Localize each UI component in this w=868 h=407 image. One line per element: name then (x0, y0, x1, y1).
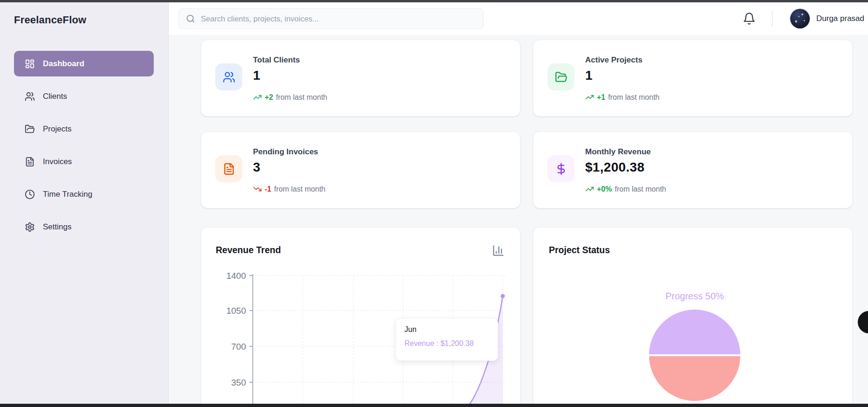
stat-label: Active Projects (585, 55, 642, 65)
y-tick-1050: 1050 (226, 306, 246, 316)
gear-icon (25, 222, 35, 232)
project-status-pie[interactable] (649, 310, 740, 401)
avatar[interactable] (790, 9, 810, 28)
stat-value: 1 (253, 68, 260, 83)
y-tick-350: 350 (231, 378, 246, 387)
trend-text: from last month (615, 185, 666, 193)
trend-value: +0% (597, 185, 612, 193)
stat-label: Total Clients (253, 55, 300, 65)
brand-logo: FreelanceFlow (14, 14, 86, 26)
sidebar-nav: Dashboard Clients Projects Invoices Time… (14, 51, 154, 247)
stat-trend: +1 from last month (585, 93, 660, 102)
topbar: Durga prasad (169, 2, 868, 35)
project-status-title: Project Status (549, 245, 610, 255)
sidebar-item-label: Dashboard (43, 59, 84, 69)
search-input[interactable] (201, 14, 476, 23)
window-bottom-strip (0, 404, 868, 407)
project-status-card: Project Status Progress 50% (533, 227, 853, 407)
y-tick-1400: 1400 (226, 271, 246, 281)
stat-card-active-projects: Active Projects 1 +1 from last month (533, 40, 853, 117)
stat-value: 1 (585, 68, 593, 83)
trend-value: +1 (597, 93, 605, 102)
clock-icon (25, 189, 35, 200)
trend-value: -1 (265, 185, 271, 193)
sidebar-item-label: Clients (43, 92, 67, 101)
sidebar-item-invoices[interactable]: Invoices (14, 149, 154, 174)
trending-up-icon (253, 93, 262, 102)
sidebar-item-label: Time Tracking (43, 190, 92, 199)
tooltip-month: Jun (404, 325, 489, 334)
users-icon (215, 63, 242, 90)
sidebar-item-dashboard[interactable]: Dashboard (14, 51, 154, 76)
sidebar-item-label: Settings (43, 222, 71, 232)
trending-up-icon (585, 93, 594, 102)
sidebar-item-label: Projects (43, 124, 71, 134)
y-tick-700: 700 (231, 342, 246, 352)
users-icon (25, 91, 35, 102)
sidebar: FreelanceFlow Dashboard Clients Projects… (0, 2, 169, 407)
sidebar-item-settings[interactable]: Settings (14, 214, 154, 240)
trend-text: from last month (274, 185, 325, 193)
trend-text: from last month (276, 93, 327, 102)
folder-open-icon (547, 63, 574, 90)
stat-card-monthly-revenue: Monthly Revenue $1,200.38 +0% from last … (533, 131, 853, 208)
dollar-sign-icon (547, 155, 574, 182)
stat-value: 3 (253, 160, 260, 175)
tooltip-revenue: Revenue : $1,200.38 (404, 339, 489, 348)
trending-down-icon (253, 185, 262, 193)
revenue-trend-title: Revenue Trend (216, 245, 281, 255)
user-name[interactable]: Durga prasad (816, 14, 864, 23)
stat-trend: -1 from last month (253, 185, 326, 193)
chart-tooltip: Jun Revenue : $1,200.38 (396, 318, 498, 361)
stat-trend: +0% from last month (585, 185, 666, 193)
bell-icon[interactable] (743, 12, 756, 25)
main-content: Total Clients 1 +2 from last month Activ… (169, 35, 868, 407)
trend-value: +2 (265, 93, 273, 102)
trending-up-icon (585, 185, 594, 193)
window-top-strip (0, 0, 868, 2)
file-text-icon (25, 157, 35, 167)
pie-slice-label: Progress 50% (601, 291, 788, 302)
topbar-divider (772, 11, 772, 27)
stat-label: Monthly Revenue (585, 147, 651, 157)
revenue-trend-card: Revenue Trend 1400 1050 700 (201, 227, 520, 407)
file-text-icon (215, 155, 242, 182)
search-box[interactable] (178, 8, 484, 29)
revenue-point-jun[interactable] (501, 294, 505, 298)
layout-dashboard-icon (25, 59, 35, 69)
trend-text: from last month (608, 93, 659, 102)
stat-card-pending-invoices: Pending Invoices 3 -1 from last month (201, 131, 520, 208)
stat-label: Pending Invoices (253, 147, 318, 157)
chart-column-icon (492, 244, 505, 257)
stat-card-total-clients: Total Clients 1 +2 from last month (201, 40, 520, 117)
search-icon (186, 14, 195, 23)
sidebar-item-projects[interactable]: Projects (14, 116, 154, 142)
stat-trend: +2 from last month (253, 93, 328, 102)
folder-open-icon (25, 124, 35, 134)
sidebar-item-time-tracking[interactable]: Time Tracking (14, 181, 154, 207)
topbar-right: Durga prasad (743, 9, 864, 28)
sidebar-item-label: Invoices (43, 157, 72, 166)
stat-value: $1,200.38 (585, 160, 644, 175)
sidebar-item-clients[interactable]: Clients (14, 83, 154, 109)
